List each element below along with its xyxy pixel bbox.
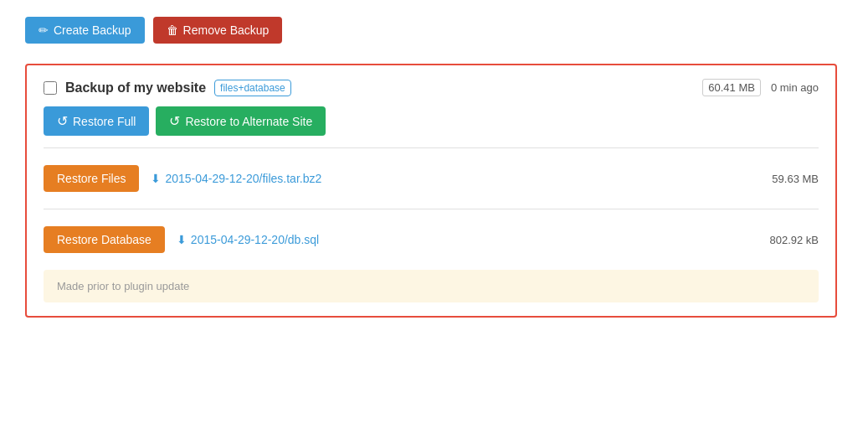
files-row-left: Restore Files 2015-04-29-12-20/files.tar…	[44, 165, 321, 192]
create-backup-button[interactable]: Create Backup	[25, 17, 145, 44]
restore-full-button[interactable]: Restore Full	[44, 106, 149, 136]
files-row: Restore Files 2015-04-29-12-20/files.tar…	[44, 157, 819, 200]
backup-age: 0 min ago	[771, 81, 819, 94]
download-icon-db	[177, 233, 187, 246]
database-download-link[interactable]: 2015-04-29-12-20/db.sql	[177, 233, 319, 246]
database-row: Restore Database 2015-04-29-12-20/db.sql…	[44, 218, 819, 261]
action-buttons: Restore Full Restore to Alternate Site	[44, 106, 819, 136]
backup-title: Backup of my website	[65, 80, 206, 96]
note-text: Made prior to plugin update	[57, 280, 189, 292]
download-icon-files	[151, 172, 161, 185]
files-download-link[interactable]: 2015-04-29-12-20/files.tar.bz2	[151, 172, 321, 185]
divider-1	[44, 147, 819, 148]
trash-icon	[167, 23, 178, 37]
backup-badge: files+database	[214, 80, 291, 96]
top-bar: Create Backup Remove Backup	[25, 17, 843, 44]
backup-meta: 60.41 MB 0 min ago	[702, 79, 819, 96]
database-row-left: Restore Database 2015-04-29-12-20/db.sql	[44, 226, 319, 253]
backup-header: Backup of my website files+database 60.4…	[44, 79, 819, 96]
backup-title-section: Backup of my website files+database	[44, 80, 291, 96]
divider-2	[44, 209, 819, 209]
restore-files-button[interactable]: Restore Files	[44, 165, 139, 192]
backup-checkbox[interactable]	[44, 81, 57, 95]
backup-card: Backup of my website files+database 60.4…	[25, 64, 837, 318]
note-box: Made prior to plugin update	[44, 270, 819, 302]
refresh-icon-full	[57, 113, 68, 129]
backup-size: 60.41 MB	[702, 79, 761, 96]
pencil-icon	[39, 23, 49, 37]
restore-alternate-button[interactable]: Restore to Alternate Site	[156, 106, 326, 136]
remove-backup-button[interactable]: Remove Backup	[153, 17, 283, 44]
restore-database-button[interactable]: Restore Database	[44, 226, 165, 253]
database-size: 802.92 kB	[769, 234, 819, 246]
files-size: 59.63 MB	[772, 173, 819, 185]
refresh-icon-alternate	[169, 113, 180, 129]
